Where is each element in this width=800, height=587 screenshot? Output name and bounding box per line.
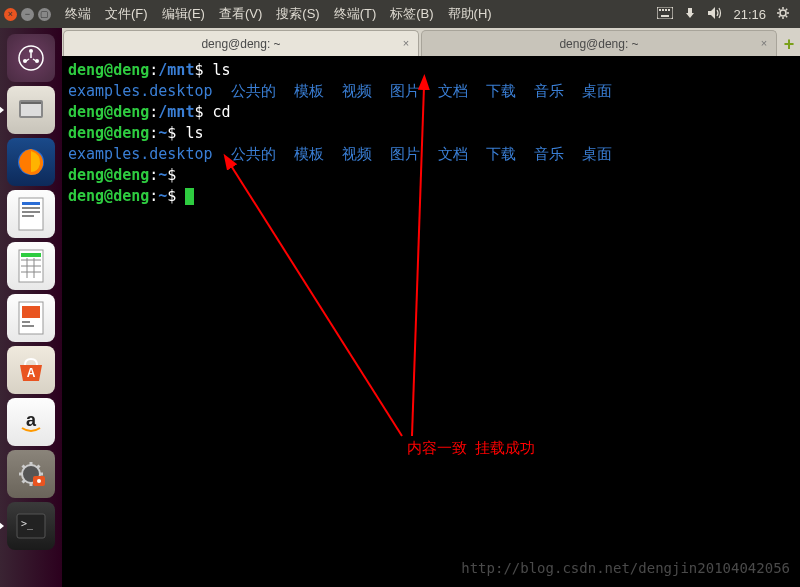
- svg-rect-24: [22, 321, 30, 323]
- launcher-amazon[interactable]: a: [7, 398, 55, 446]
- annotation-text: 内容一致 挂载成功: [407, 438, 535, 459]
- terminal-line: examples.desktop 公共的 模板 视频 图片 文档 下载 音乐 桌…: [68, 81, 794, 102]
- svg-rect-1: [659, 9, 661, 11]
- svg-rect-2: [662, 9, 664, 11]
- svg-text:A: A: [27, 366, 36, 380]
- launcher-settings[interactable]: [7, 450, 55, 498]
- gear-icon[interactable]: [776, 6, 790, 23]
- menu-tabs[interactable]: 标签(B): [384, 5, 439, 23]
- terminal-tab-bar: deng@deng: ~ × deng@deng: ~ × +: [62, 28, 800, 56]
- terminal-tab-2[interactable]: deng@deng: ~ ×: [421, 30, 777, 56]
- new-tab-button[interactable]: +: [778, 32, 800, 56]
- tab-close-icon[interactable]: ×: [400, 37, 412, 49]
- svg-rect-16: [22, 202, 40, 205]
- svg-rect-5: [661, 15, 669, 17]
- svg-point-6: [780, 10, 786, 16]
- window-minimize-button[interactable]: −: [21, 8, 34, 21]
- terminal-tab-1[interactable]: deng@deng: ~ ×: [63, 30, 419, 56]
- unity-launcher: A a >_: [0, 28, 62, 587]
- launcher-impress[interactable]: [7, 294, 55, 342]
- launcher-terminal[interactable]: >_: [7, 502, 55, 550]
- tab-title: deng@deng: ~: [201, 37, 280, 51]
- svg-rect-25: [22, 325, 34, 327]
- menu-edit[interactable]: 编辑(E): [156, 5, 211, 23]
- svg-rect-4: [668, 9, 670, 11]
- svg-rect-21: [21, 253, 41, 257]
- svg-rect-17: [22, 207, 40, 209]
- terminal-window: deng@deng: ~ × deng@deng: ~ × + deng@den…: [62, 28, 800, 587]
- launcher-calc[interactable]: [7, 242, 55, 290]
- tab-close-icon[interactable]: ×: [758, 37, 770, 49]
- svg-text:a: a: [26, 410, 37, 430]
- svg-rect-13: [21, 102, 41, 104]
- svg-rect-0: [657, 7, 673, 19]
- menu-view[interactable]: 查看(V): [213, 5, 268, 23]
- svg-rect-18: [22, 211, 40, 213]
- terminal-line: deng@deng:~$: [68, 186, 794, 207]
- terminal-line: deng@deng:~$ ls: [68, 123, 794, 144]
- menu-help[interactable]: 帮助(H): [442, 5, 498, 23]
- launcher-files[interactable]: [7, 86, 55, 134]
- svg-text:>_: >_: [21, 518, 34, 530]
- keyboard-icon[interactable]: [657, 7, 673, 22]
- cursor: [185, 188, 194, 205]
- menu-file[interactable]: 文件(F): [99, 5, 154, 23]
- svg-rect-23: [22, 306, 40, 318]
- svg-rect-19: [22, 215, 34, 217]
- menu-terminal[interactable]: 终端(T): [328, 5, 383, 23]
- terminal-body[interactable]: deng@deng:/mnt$ lsexamples.desktop 公共的 模…: [62, 56, 800, 587]
- top-menubar: × − ▢ 终端 文件(F) 编辑(E) 查看(V) 搜索(S) 终端(T) 标…: [0, 0, 800, 28]
- window-close-button[interactable]: ×: [4, 8, 17, 21]
- menu-terminal-app[interactable]: 终端: [59, 5, 97, 23]
- svg-point-30: [37, 479, 41, 483]
- tab-title: deng@deng: ~: [559, 37, 638, 51]
- menu-search[interactable]: 搜索(S): [270, 5, 325, 23]
- terminal-line: examples.desktop 公共的 模板 视频 图片 文档 下载 音乐 桌…: [68, 144, 794, 165]
- system-tray: 21:16: [657, 6, 796, 23]
- launcher-firefox[interactable]: [7, 138, 55, 186]
- launcher-writer[interactable]: [7, 190, 55, 238]
- svg-rect-12: [21, 104, 41, 116]
- terminal-line: deng@deng:/mnt$ ls: [68, 60, 794, 81]
- svg-rect-3: [665, 9, 667, 11]
- watermark: http://blog.csdn.net/dengjin20104042056: [461, 558, 790, 579]
- menu-items: 终端 文件(F) 编辑(E) 查看(V) 搜索(S) 终端(T) 标签(B) 帮…: [59, 5, 498, 23]
- svg-point-8: [29, 49, 33, 53]
- clock[interactable]: 21:16: [733, 7, 766, 22]
- terminal-line: deng@deng:~$: [68, 165, 794, 186]
- launcher-dash[interactable]: [7, 34, 55, 82]
- network-icon[interactable]: [683, 6, 697, 23]
- terminal-line: deng@deng:/mnt$ cd: [68, 102, 794, 123]
- volume-icon[interactable]: [707, 6, 723, 23]
- window-maximize-button[interactable]: ▢: [38, 8, 51, 21]
- window-controls: × − ▢: [4, 8, 51, 21]
- launcher-software[interactable]: A: [7, 346, 55, 394]
